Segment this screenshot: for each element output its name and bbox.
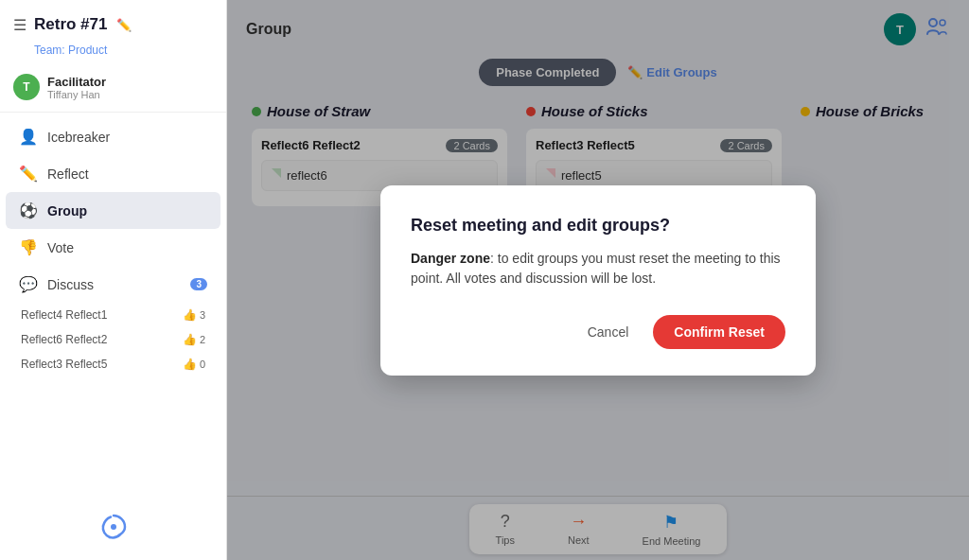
- reflect-icon: ✏️: [19, 165, 38, 183]
- thumbs-up-icon-2: 👍: [183, 333, 197, 346]
- sidebar-header: ☰ Retro #71 ✏️: [0, 0, 226, 44]
- modal-actions: Cancel Confirm Reset: [411, 315, 785, 349]
- edit-title-icon[interactable]: ✏️: [116, 18, 132, 32]
- modal: Reset meeting and edit groups? Danger zo…: [380, 185, 816, 376]
- discuss-sub-item-1[interactable]: Reflect4 Reflect1 👍 3: [13, 303, 213, 327]
- group-icon: ⚽: [19, 201, 38, 219]
- discuss-badge: 3: [190, 278, 207, 290]
- discuss-sub-item-2[interactable]: Reflect6 Reflect2 👍 2: [13, 327, 213, 352]
- discuss-sub-item-3[interactable]: Reflect3 Reflect5 👍 0: [13, 352, 213, 376]
- modal-title: Reset meeting and edit groups?: [411, 216, 785, 236]
- discuss-sub-title-1: Reflect4 Reflect1: [21, 308, 107, 322]
- vote-count-1: 👍 3: [183, 308, 205, 322]
- sidebar-item-discuss[interactable]: 💬 Discuss 3: [6, 266, 220, 303]
- nav-list: 👤 Icebreaker ✏️ Reflect ⚽ Group 👎 Vote 💬…: [0, 118, 226, 303]
- icebreaker-icon: 👤: [19, 128, 38, 146]
- facilitator-row: T Facilitator Tiffany Han: [0, 66, 226, 113]
- sidebar-item-label: Icebreaker: [47, 130, 110, 145]
- thumbs-up-icon-3: 👍: [183, 358, 197, 371]
- sidebar-item-label: Group: [47, 203, 87, 219]
- sidebar-item-label: Vote: [47, 240, 74, 255]
- discuss-sub-title-2: Reflect6 Reflect2: [21, 333, 107, 346]
- thumbs-up-icon-1: 👍: [183, 308, 197, 322]
- danger-label: Danger zone: [411, 251, 490, 266]
- sidebar-item-icebreaker[interactable]: 👤 Icebreaker: [6, 118, 220, 155]
- sidebar-item-group[interactable]: ⚽ Group: [6, 192, 220, 229]
- sidebar-item-reflect[interactable]: ✏️ Reflect: [6, 155, 220, 192]
- sidebar-item-vote[interactable]: 👎 Vote: [6, 229, 220, 266]
- sidebar-item-label: Reflect: [47, 166, 89, 182]
- svg-point-0: [111, 524, 116, 530]
- logo-icon: [98, 512, 129, 549]
- discuss-sub-title-3: Reflect3 Reflect5: [21, 358, 107, 371]
- main-area: Group T Phase Completed ✏️ Edit Groups: [227, 0, 969, 560]
- modal-overlay: Reset meeting and edit groups? Danger zo…: [227, 0, 969, 560]
- confirm-reset-button[interactable]: Confirm Reset: [653, 315, 785, 349]
- vote-count-3: 👍 0: [183, 358, 205, 371]
- app-title: Retro #71: [34, 15, 107, 34]
- vote-count-2: 👍 2: [183, 333, 205, 346]
- sidebar: ☰ Retro #71 ✏️ Team: Product T Facilitat…: [0, 0, 227, 560]
- cancel-button[interactable]: Cancel: [576, 317, 641, 347]
- facilitator-name: Facilitator: [47, 75, 106, 89]
- facilitator-sub: Tiffany Han: [47, 89, 106, 100]
- discuss-subitems: Reflect4 Reflect1 👍 3 Reflect6 Reflect2 …: [0, 303, 226, 376]
- discuss-icon: 💬: [19, 275, 38, 293]
- sidebar-item-label: Discuss: [47, 277, 94, 292]
- vote-icon: 👎: [19, 238, 38, 256]
- sidebar-footer: [0, 500, 226, 560]
- hamburger-icon[interactable]: ☰: [13, 16, 26, 34]
- team-label: Team: Product: [34, 44, 226, 57]
- facilitator-info: Facilitator Tiffany Han: [47, 75, 106, 100]
- modal-body: Danger zone: to edit groups you must res…: [411, 249, 785, 289]
- avatar: T: [13, 74, 40, 100]
